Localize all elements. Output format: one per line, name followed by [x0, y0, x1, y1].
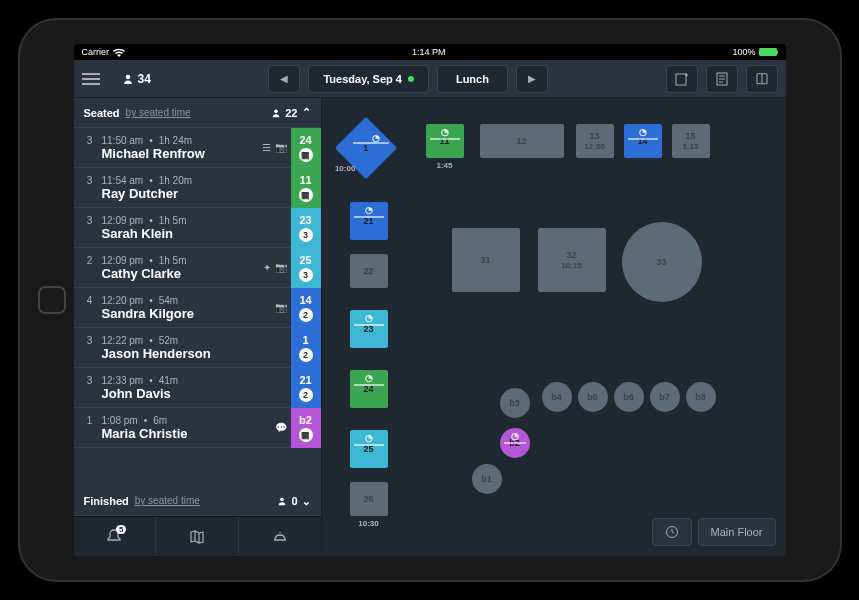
table-26[interactable]: 2610:30 [350, 482, 388, 516]
table-24[interactable]: ◔24 [350, 370, 388, 408]
seated-time: 12:33 pm [102, 375, 144, 386]
table-id-label: b8 [695, 392, 706, 402]
reservation-row[interactable]: 312:33 pm•41mJohn Davis212 [74, 368, 321, 408]
table-badge[interactable]: 212 [291, 368, 321, 408]
shift-picker[interactable]: Lunch [437, 65, 508, 93]
table-id-label: b5 [587, 392, 598, 402]
table-badge[interactable]: 11▦ [291, 168, 321, 208]
prev-day-button[interactable]: ◀ [268, 65, 300, 93]
table-id-label: 33 [656, 257, 666, 267]
table-22[interactable]: 22 [350, 254, 388, 288]
notes-button[interactable] [706, 65, 738, 93]
table-badge[interactable]: 233 [291, 208, 321, 248]
progress-bar [430, 138, 460, 140]
reservation-row[interactable]: 311:50 am•1h 24mMichael Renfrow☰📷24▦ [74, 128, 321, 168]
sparkle-icon: ✦ [263, 262, 271, 273]
table-number: 11 [299, 174, 311, 186]
table-badge[interactable]: 12 [291, 328, 321, 368]
service-button[interactable] [239, 517, 321, 556]
table-21[interactable]: ◔21 [350, 202, 388, 240]
time-view-button[interactable] [652, 518, 692, 546]
table-13[interactable]: 1312:30 [576, 124, 614, 158]
table-id-label: b7 [659, 392, 670, 402]
duration: 41m [159, 375, 178, 386]
add-reservation-button[interactable] [666, 65, 698, 93]
table-badge[interactable]: 142 [291, 288, 321, 328]
seated-count: 22 ⌃ [271, 106, 310, 119]
table-badge[interactable]: 253 [291, 248, 321, 288]
party-size: 2 [84, 255, 96, 266]
seated-time: 12:20 pm [102, 295, 144, 306]
note-icon: ▦ [299, 188, 313, 202]
finished-sort[interactable]: by seated time [135, 495, 200, 506]
reservation-row[interactable]: 412:20 pm•54mSandra Kilgore📷142 [74, 288, 321, 328]
table-number: b2 [299, 414, 312, 426]
table-time-label: 10:00 [323, 164, 367, 173]
table-b5[interactable]: b5 [578, 382, 608, 412]
reservation-row[interactable]: 312:22 pm•52mJason Henderson12 [74, 328, 321, 368]
table-badge[interactable]: b2▦ [291, 408, 321, 448]
table-badge[interactable]: 24▦ [291, 128, 321, 168]
duration: 1h 5m [159, 255, 187, 266]
duration: 1h 24m [159, 135, 192, 146]
table-b8[interactable]: b8 [686, 382, 716, 412]
finished-title: Finished [84, 495, 129, 507]
finished-section-header[interactable]: Finished by seated time 0 ⌃ [74, 486, 321, 516]
table-11[interactable]: ◔111:45 [426, 124, 464, 158]
total-guest-count[interactable]: 34 [122, 72, 151, 86]
table-1[interactable]: ◔110:00 [334, 117, 396, 179]
table-time-label: 10:30 [350, 519, 388, 528]
notifications-button[interactable]: 5 [74, 517, 157, 556]
table-15[interactable]: 151:13 [672, 124, 710, 158]
table-32[interactable]: 3210:15 [538, 228, 606, 292]
reservation-row[interactable]: 312:09 pm•1h 5mSarah Klein233 [74, 208, 321, 248]
seated-time: 11:54 am [102, 175, 144, 186]
notes-icon [715, 72, 729, 86]
seated-sort[interactable]: by seated time [126, 107, 191, 118]
table-id-label: b6 [623, 392, 634, 402]
seated-section-header[interactable]: Seated by seated time 22 ⌃ [74, 98, 321, 128]
guest-name: Michael Renfrow [84, 146, 262, 161]
svg-point-3 [274, 109, 278, 113]
date-picker[interactable]: Tuesday, Sep 4 [308, 65, 428, 93]
guest-name: Jason Henderson [84, 346, 287, 361]
table-33[interactable]: 33 [622, 222, 702, 302]
reservation-tags: ☰📷 [262, 142, 287, 153]
map-icon [188, 528, 206, 546]
home-button[interactable] [38, 286, 66, 314]
book-button[interactable] [746, 65, 778, 93]
party-size: 3 [84, 375, 96, 386]
reservation-row[interactable]: 212:09 pm•1h 5mCathy Clarke✦📷253 [74, 248, 321, 288]
guest-name: John Davis [84, 386, 287, 401]
table-number: 1 [302, 334, 308, 346]
reservation-row[interactable]: 11:08 pm•6mMaria Christie💬b2▦ [74, 408, 321, 448]
table-31[interactable]: 31 [452, 228, 520, 292]
reservation-list[interactable]: 311:50 am•1h 24mMichael Renfrow☰📷24▦311:… [74, 128, 321, 486]
party-size: 4 [84, 295, 96, 306]
floor-button[interactable] [156, 517, 239, 556]
floor-plan[interactable]: Main Floor ◔110:00◔111:45121312:30◔14151… [322, 98, 786, 556]
next-day-button[interactable]: ▶ [516, 65, 548, 93]
seated-time: 11:50 am [102, 135, 144, 146]
reservation-info: 412:20 pm•54mSandra Kilgore [84, 295, 275, 321]
table-b3[interactable]: b3 [500, 388, 530, 418]
table-12[interactable]: 12 [480, 124, 564, 158]
table-b2[interactable]: ◔b2 [500, 428, 530, 458]
status-icon: ◔ [624, 127, 662, 137]
clock: 1:14 PM [412, 47, 446, 57]
table-25[interactable]: ◔25 [350, 430, 388, 468]
floor-selector-button[interactable]: Main Floor [698, 518, 776, 546]
table-b1[interactable]: b1 [472, 464, 502, 494]
menu-button[interactable] [82, 73, 106, 85]
guest-name: Sandra Kilgore [84, 306, 275, 321]
seat-icon: ▦ [299, 428, 313, 442]
app-screen: Carrier 1:14 PM 100% 34 ◀ Tuesday, Sep 4 [74, 44, 786, 556]
table-23[interactable]: ◔23 [350, 310, 388, 348]
table-b4[interactable]: b4 [542, 382, 572, 412]
table-b6[interactable]: b6 [614, 382, 644, 412]
guest-name: Sarah Klein [84, 226, 287, 241]
table-b7[interactable]: b7 [650, 382, 680, 412]
table-14[interactable]: ◔14 [624, 124, 662, 158]
reservation-row[interactable]: 311:54 am•1h 20mRay Dutcher11▦ [74, 168, 321, 208]
table-number: 14 [299, 294, 311, 306]
